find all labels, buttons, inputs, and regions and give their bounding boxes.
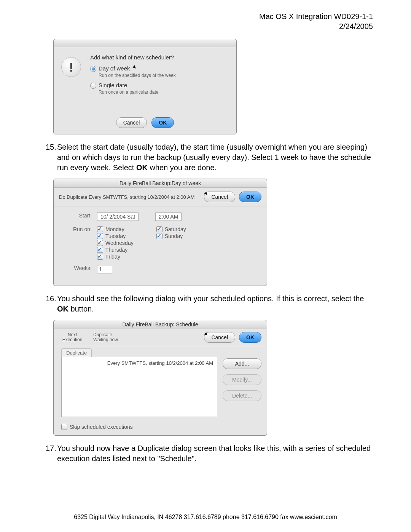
- days-col-1: Monday Tuesday Wednesday Thursday Friday: [97, 226, 134, 260]
- start-time-input[interactable]: 2:00 AM: [155, 212, 182, 221]
- add-button[interactable]: Add...: [223, 358, 261, 369]
- schedule-summary-row: Do Duplicate Every SMTWTFS, starting 10/…: [54, 188, 267, 206]
- checkbox-icon: [97, 240, 103, 246]
- days-col-2: Saturday Sunday: [156, 226, 186, 260]
- day-label: Saturday: [165, 226, 186, 232]
- checkbox-icon: [97, 247, 103, 253]
- alert-icon-wrap: !: [61, 54, 81, 111]
- days-columns: Monday Tuesday Wednesday Thursday Friday…: [97, 226, 186, 260]
- dialog3-header-row: Next Execution Duplicate Waiting now Can…: [54, 329, 267, 346]
- document-page: Mac OS X Integration WD029-1-1 2/24/2005…: [0, 0, 411, 532]
- page-footer: 6325 Digital Way Indianapolis, IN 46278 …: [0, 514, 411, 521]
- radio-day-sub: Run on the specified days of the week: [99, 73, 229, 78]
- step-number: 15.: [46, 142, 57, 152]
- skip-checkbox-row[interactable]: Skip scheduled executions: [61, 424, 259, 430]
- day-check[interactable]: Saturday: [156, 226, 186, 232]
- dialog1-content: Add what kind of new scheduler? Day of w…: [90, 54, 229, 111]
- step-text: You should now have a Duplicate dialog s…: [57, 444, 371, 463]
- tab-duplicate[interactable]: Duplicate: [61, 348, 92, 357]
- ok-button[interactable]: OK: [151, 117, 174, 128]
- radio-single-date[interactable]: Single date: [90, 82, 229, 89]
- checkbox-icon: [61, 424, 67, 430]
- day-check[interactable]: Friday: [97, 254, 134, 260]
- step-bold: OK: [136, 163, 148, 172]
- side-buttons: Add... Modify... Delete...: [223, 357, 261, 417]
- col-label: Waiting now: [93, 337, 118, 342]
- start-label: Start:: [61, 212, 97, 219]
- tab-row: Duplicate: [54, 346, 267, 357]
- checkbox-icon: [156, 226, 162, 232]
- header-left: Next Execution Duplicate Waiting now: [59, 332, 118, 342]
- dialog-add-scheduler: ! Add what kind of new scheduler? Day of…: [53, 39, 237, 134]
- step-text: button.: [68, 305, 94, 313]
- checkbox-icon: [97, 233, 103, 239]
- ok-button[interactable]: OK: [239, 192, 261, 202]
- dialog-schedule: Daily FireBall Backup: Schedule Next Exe…: [53, 320, 267, 436]
- step-16: 16.You should see the following dialog w…: [38, 294, 373, 314]
- col-label: Execution: [59, 337, 86, 342]
- weeks-row: Weeks: 1: [61, 265, 259, 273]
- dialog1-buttons: Cancel OK: [54, 115, 236, 134]
- day-label: Tuesday: [105, 233, 126, 239]
- day-label: Wednesday: [105, 240, 134, 246]
- checkbox-icon: [97, 254, 103, 260]
- day-check[interactable]: Thursday: [97, 247, 134, 253]
- cursor-icon: [132, 65, 137, 69]
- page-header: Mac OS X Integration WD029-1-1 2/24/2005: [38, 11, 373, 31]
- day-check[interactable]: Wednesday: [97, 240, 134, 246]
- dialog3-title: Daily FireBall Backup: Schedule: [54, 320, 267, 329]
- radio-single-sub: Run once on a particular date: [99, 89, 229, 95]
- radio-icon: [90, 83, 96, 89]
- radio-label: Day of week: [99, 65, 130, 72]
- day-check[interactable]: Monday: [97, 226, 134, 232]
- start-date-input[interactable]: 10/ 2/2004 Sat: [97, 212, 139, 221]
- next-execution-label: Next Execution: [59, 332, 86, 342]
- step-bold: OK: [57, 305, 68, 313]
- duplicate-status-label: Duplicate Waiting now: [93, 332, 118, 342]
- dialog3-content: Every SMTWTFS, starting 10/2/2004 at 2:0…: [54, 357, 267, 421]
- day-label: Thursday: [105, 247, 127, 253]
- dialog2-title: Daily FireBall Backup:Day of week: [54, 179, 267, 188]
- weeks-label: Weeks:: [61, 265, 97, 271]
- schedule-summary: Do Duplicate Every SMTWTFS, starting 10/…: [59, 194, 204, 200]
- runon-label: Run on:: [61, 226, 97, 232]
- day-check[interactable]: Sunday: [156, 233, 186, 239]
- schedule-entry: Every SMTWTFS, starting 10/2/2004 at 2:0…: [65, 360, 213, 366]
- skip-label: Skip scheduled executions: [70, 424, 133, 430]
- radio-label: Single date: [99, 82, 127, 88]
- dialog3-footer: Skip scheduled executions: [54, 421, 267, 435]
- cancel-button[interactable]: Cancel: [204, 332, 235, 343]
- doc-title: Mac OS X Integration WD029-1-1: [38, 11, 373, 21]
- dialog-day-of-week: Daily FireBall Backup:Day of week Do Dup…: [53, 179, 267, 286]
- radio-day-of-week[interactable]: Day of week: [90, 65, 229, 72]
- step-text: You should see the following dialog with…: [57, 294, 364, 303]
- step-text: when you are done.: [148, 163, 217, 172]
- cancel-button[interactable]: Cancel: [116, 117, 147, 128]
- day-label: Monday: [105, 226, 124, 232]
- delete-button[interactable]: Delete...: [223, 390, 261, 401]
- runon-row: Run on: Monday Tuesday Wednesday Thursda…: [61, 226, 259, 260]
- day-label: Sunday: [165, 233, 183, 239]
- start-row: Start: 10/ 2/2004 Sat 2:00 AM: [61, 212, 259, 221]
- exclamation-icon: !: [61, 57, 81, 77]
- step-17: 17.You should now have a Duplicate dialo…: [38, 443, 373, 464]
- ok-button[interactable]: OK: [239, 332, 261, 343]
- dialog1-prompt: Add what kind of new scheduler?: [90, 54, 229, 61]
- checkbox-icon: [156, 233, 162, 239]
- weeks-input[interactable]: 1: [97, 265, 112, 273]
- checkbox-icon: [97, 226, 103, 232]
- radio-icon: [90, 66, 96, 72]
- cancel-button[interactable]: Cancel: [204, 192, 235, 202]
- step-number: 16.: [46, 294, 57, 304]
- dialog1-titlebar: [54, 39, 236, 47]
- doc-date: 2/24/2005: [38, 21, 373, 31]
- schedule-listbox[interactable]: Every SMTWTFS, starting 10/2/2004 at 2:0…: [61, 357, 217, 417]
- step-15: 15.Select the start date (usually today)…: [38, 142, 373, 173]
- modify-button[interactable]: Modify...: [223, 374, 261, 385]
- step-number: 17.: [46, 443, 57, 454]
- day-check[interactable]: Tuesday: [97, 233, 134, 239]
- day-label: Friday: [105, 254, 120, 260]
- dialog2-body: Start: 10/ 2/2004 Sat 2:00 AM Run on: Mo…: [54, 206, 267, 286]
